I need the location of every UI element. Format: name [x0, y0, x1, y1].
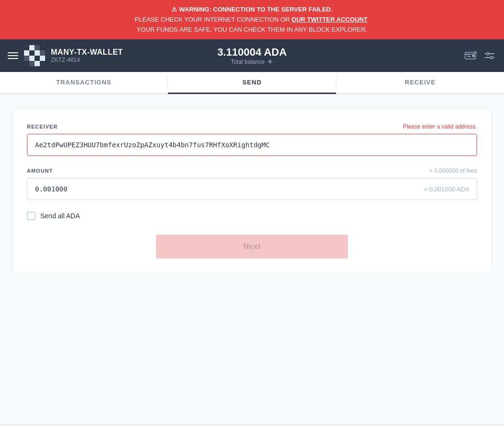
svg-rect-5 — [24, 50, 29, 56]
balance-label: Total balance 👁 — [231, 59, 274, 65]
navbar: MANY-TX-WALLET ZKTZ-4614 3.110004 ADA To… — [0, 39, 504, 72]
navbar-left: MANY-TX-WALLET ZKTZ-4614 — [8, 45, 170, 66]
tab-bar: TRANSACTIONS SEND RECEIVE — [0, 72, 504, 94]
warning-line2-prefix: PLEASE CHECK YOUR INTERNET CONNECTION OR — [135, 16, 292, 23]
svg-rect-7 — [35, 50, 40, 56]
warning-title-text: WARNING: CONNECTION TO THE SERVER FAILED… — [179, 6, 332, 13]
navbar-center: 3.110004 ADA Total balance 👁 — [170, 46, 333, 65]
navbar-right — [334, 49, 496, 62]
svg-rect-10 — [29, 56, 35, 61]
eye-icon[interactable]: 👁 — [267, 59, 273, 65]
wallet-id: ZKTZ-4614 — [51, 57, 123, 63]
amount-field-group: AMOUNT + 0.000000 of fees = 0.001000 ADA — [27, 167, 477, 200]
receiver-input[interactable] — [27, 134, 477, 156]
warning-banner: ⚠ WARNING: CONNECTION TO THE SERVER FAIL… — [0, 0, 504, 39]
send-form: RECEIVER Please enter a valid address. A… — [12, 108, 492, 273]
next-button[interactable]: Next — [156, 235, 348, 259]
hamburger-menu-icon[interactable] — [8, 52, 18, 59]
amount-field-header: AMOUNT + 0.000000 of fees — [27, 167, 477, 174]
receiver-error: Please enter a valid address. — [403, 123, 477, 130]
warning-line2-suffix: . — [368, 16, 370, 23]
balance-amount: 3.110004 ADA — [217, 46, 287, 59]
amount-input-wrapper: = 0.001000 ADA — [27, 178, 477, 200]
settings-icon[interactable] — [483, 49, 496, 62]
wallet-info: MANY-TX-WALLET ZKTZ-4614 — [51, 48, 123, 63]
svg-rect-16 — [40, 61, 45, 66]
amount-suffix: = 0.001000 ADA — [424, 186, 469, 193]
svg-rect-12 — [40, 56, 45, 61]
svg-rect-14 — [29, 61, 35, 66]
wallet-name: MANY-TX-WALLET — [51, 48, 123, 57]
svg-rect-9 — [24, 56, 29, 61]
wallet-avatar — [24, 45, 45, 66]
receiver-field-group: RECEIVER Please enter a valid address. — [27, 123, 477, 156]
amount-input[interactable] — [27, 178, 477, 200]
next-button-wrapper: Next — [27, 235, 477, 259]
tab-receive[interactable]: RECEIVE — [336, 72, 504, 94]
amount-hint: + 0.000000 of fees — [429, 167, 477, 174]
wallet-action-icon[interactable] — [464, 49, 477, 62]
warning-icon: ⚠ — [171, 6, 177, 13]
svg-point-22 — [486, 53, 489, 55]
svg-rect-15 — [35, 61, 40, 66]
svg-rect-3 — [35, 45, 40, 50]
tab-send[interactable]: SEND — [168, 72, 336, 94]
svg-rect-6 — [29, 50, 35, 56]
send-all-row: Send all ADA — [27, 212, 477, 220]
svg-rect-13 — [24, 61, 29, 66]
tab-transactions[interactable]: TRANSACTIONS — [0, 72, 168, 94]
svg-rect-1 — [24, 45, 29, 50]
send-all-label[interactable]: Send all ADA — [40, 212, 80, 220]
svg-rect-4 — [40, 45, 45, 50]
receiver-label: RECEIVER — [27, 124, 58, 130]
main-content: RECEIVER Please enter a valid address. A… — [0, 94, 504, 424]
svg-rect-8 — [40, 50, 45, 56]
svg-point-23 — [490, 57, 492, 59]
svg-rect-2 — [29, 45, 35, 50]
twitter-link[interactable]: OUR TWITTER ACCOUNT — [291, 16, 367, 23]
amount-label: AMOUNT — [27, 168, 53, 174]
send-all-checkbox[interactable] — [27, 212, 36, 220]
svg-rect-11 — [35, 56, 40, 61]
svg-rect-19 — [473, 51, 477, 55]
receiver-field-header: RECEIVER Please enter a valid address. — [27, 123, 477, 130]
warning-line3: YOUR FUNDS ARE SAFE, YOU CAN CHECK THEM … — [10, 25, 494, 35]
